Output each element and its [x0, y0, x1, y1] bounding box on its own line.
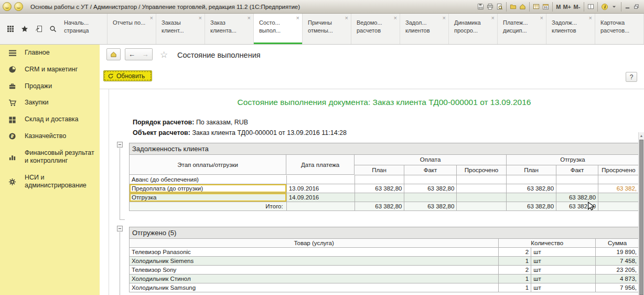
- close-tab-icon[interactable]: ×: [248, 15, 251, 21]
- debt-table-row[interactable]: Предоплата (до отгрузки) 13.09.2016 63 3…: [129, 184, 638, 193]
- close-tab-icon[interactable]: ×: [296, 15, 299, 21]
- tab-client-order[interactable]: Заказ клиента... ×: [205, 14, 254, 44]
- sidebar-item-treasury[interactable]: ₽ Казначейство: [0, 128, 100, 145]
- refresh-button[interactable]: Обновить: [103, 70, 152, 81]
- cell-pay-overdue: [457, 193, 507, 202]
- cell-date: 14.09.2016: [287, 193, 355, 202]
- tab-client-orders[interactable]: Заказы клиент... ×: [156, 14, 205, 44]
- close-tab-icon[interactable]: ×: [199, 15, 202, 21]
- tab-start-page[interactable]: Началь... страница ×: [59, 14, 108, 44]
- close-tab-icon[interactable]: ×: [540, 15, 543, 21]
- sidebar-item-purchases[interactable]: Закупки: [0, 94, 100, 111]
- debt-table-header: Этап оплаты/отгрузки Дата платежа Оплата…: [129, 154, 638, 175]
- tab-overdue-dynamics[interactable]: Динамика просро... ×: [449, 14, 498, 44]
- tab-cancel-reasons[interactable]: Причины отмены... ×: [303, 14, 351, 44]
- cell-quantity: 1: [499, 275, 531, 283]
- split-icon[interactable]: [584, 2, 595, 12]
- cell-quantity: 1: [499, 257, 531, 266]
- collapse-group-button[interactable]: [117, 226, 123, 231]
- close-tab-icon[interactable]: ×: [443, 15, 446, 21]
- tab-strip: Началь... страница × Отчеты по... × Зака…: [59, 14, 644, 44]
- debt-table-row[interactable]: Отгрузка 14.09.2016 63 382,80: [129, 193, 638, 202]
- back-button[interactable]: ←: [125, 48, 139, 60]
- sidebar-item-crm[interactable]: CRM и маркетинг: [0, 61, 100, 78]
- field-value: По заказам, RUB: [196, 119, 248, 126]
- field-value: Заказ клиента ТД00-000001 от 13.09.2016 …: [192, 129, 347, 136]
- cell-ship-fact: 63 382,80: [556, 193, 598, 202]
- tab-client-debt[interactable]: Задол... клиентов ×: [400, 14, 449, 44]
- close-tab-icon[interactable]: ×: [345, 15, 348, 21]
- memory-plus-button[interactable]: M+: [562, 2, 572, 12]
- tab-execution-state[interactable]: Состо... выпол... ×: [254, 14, 303, 44]
- shipped-table-row[interactable]: Телевизор Panasonic 2 шт 19 890,: [129, 248, 638, 257]
- service-menu-button[interactable]: [14, 2, 23, 11]
- memory-minus-button[interactable]: M-: [572, 2, 582, 12]
- shipped-section-title: Отгружено (5): [129, 227, 638, 238]
- search-icon[interactable]: [49, 25, 57, 33]
- scroll-up-icon[interactable]: ▲: [639, 132, 644, 139]
- caret-icon[interactable]: [609, 2, 619, 12]
- close-tab-icon[interactable]: ×: [150, 15, 153, 21]
- restore-icon[interactable]: [631, 2, 641, 12]
- scrollbar-thumb[interactable]: [639, 140, 643, 295]
- sidebar-item-finance[interactable]: Финансовый результат и контроллинг: [0, 145, 100, 170]
- info-icon[interactable]: i: [597, 2, 609, 12]
- shipped-table-row[interactable]: Телевизор Sony 2 шт 23 205,: [129, 266, 638, 275]
- tab-settlement-sheet[interactable]: Ведомо... расчетов ×: [351, 14, 400, 44]
- shipped-table-row[interactable]: Холодильник Siemens 1 шт 7 458,: [129, 257, 638, 266]
- cell-unit: шт: [531, 283, 596, 292]
- cell-pay-fact: 63 382,80: [404, 184, 457, 193]
- close-tab-icon[interactable]: ×: [394, 15, 397, 21]
- field-label: Порядок расчетов:: [133, 119, 194, 126]
- report-title: Состояние выполнения документа: Заказ кл…: [129, 98, 638, 107]
- preview-icon[interactable]: [495, 2, 504, 12]
- sidebar-item-sales[interactable]: Продажи: [0, 78, 100, 95]
- cell-pay-overdue: [457, 184, 507, 193]
- col-ship-overdue: Просрочено: [598, 165, 638, 175]
- print-icon[interactable]: [485, 2, 495, 12]
- tab-reports[interactable]: Отчеты по... ×: [108, 14, 156, 44]
- cell-stage: Аванс (до обеспечения): [130, 175, 287, 184]
- history-icon[interactable]: [35, 25, 43, 33]
- star-icon[interactable]: [20, 25, 29, 33]
- folder-icon[interactable]: [506, 2, 518, 12]
- save-icon[interactable]: [476, 2, 485, 12]
- close-tab-icon[interactable]: ×: [491, 15, 495, 21]
- refresh-icon: [108, 73, 114, 79]
- vertical-scrollbar[interactable]: ▲: [638, 132, 644, 295]
- cell-ship-overdue: [598, 193, 638, 202]
- home-icon[interactable]: [518, 2, 527, 12]
- debt-table-row[interactable]: Итого: 63 382,80 63 382,80 63 382,80 63 …: [129, 202, 638, 211]
- cell-ship-overdue: [598, 202, 638, 211]
- calc-icon[interactable]: [529, 2, 541, 12]
- calendar-icon[interactable]: 31: [541, 2, 550, 12]
- tab-label: Задолж... клиентов: [552, 19, 577, 34]
- tab-payment-discipline[interactable]: Платеж... дисцип... ×: [498, 14, 546, 44]
- tab-settlement-card[interactable]: Карточка расчетов... ×: [595, 14, 644, 44]
- shipped-table-row[interactable]: Холодильник Samsung 1 шт 7 956,: [129, 283, 638, 292]
- field-label: Объект расчетов:: [133, 129, 190, 136]
- tab-label: Платеж... дисцип...: [503, 19, 528, 34]
- cell-pay-fact: [404, 175, 457, 184]
- minimize-icon[interactable]: [621, 2, 631, 12]
- forward-button[interactable]: →: [138, 48, 153, 60]
- favorite-star-icon[interactable]: ☆: [160, 49, 168, 60]
- home-button[interactable]: [106, 48, 121, 60]
- cell-stage: Отгрузка: [130, 193, 287, 202]
- shipped-table-row[interactable]: Холодильник Стинол 1 шт 4 873,: [129, 275, 638, 283]
- debt-table-row[interactable]: Аванс (до обеспечения): [129, 175, 638, 184]
- sidebar-item-main[interactable]: Главное: [0, 45, 100, 61]
- help-button[interactable]: ?: [626, 72, 637, 82]
- sidebar-item-warehouse[interactable]: Склад и доставка: [0, 111, 100, 128]
- cell-unit: шт: [531, 275, 596, 283]
- memory-button[interactable]: M: [552, 2, 562, 12]
- tab-client-debt-2[interactable]: Задолж... клиентов ×: [546, 14, 595, 44]
- apps-icon[interactable]: [6, 25, 15, 33]
- system-menu-button[interactable]: [3, 2, 12, 11]
- sidebar-item-admin[interactable]: НСИ и администрирование: [0, 170, 100, 194]
- titlebar-toolbar: 31MM+M-i: [476, 2, 641, 12]
- close-tab-icon[interactable]: ×: [589, 15, 592, 21]
- cell-sum: 7 458,: [596, 257, 638, 266]
- sidebar-item-label: Закупки: [25, 99, 49, 107]
- collapse-group-button[interactable]: [117, 142, 123, 148]
